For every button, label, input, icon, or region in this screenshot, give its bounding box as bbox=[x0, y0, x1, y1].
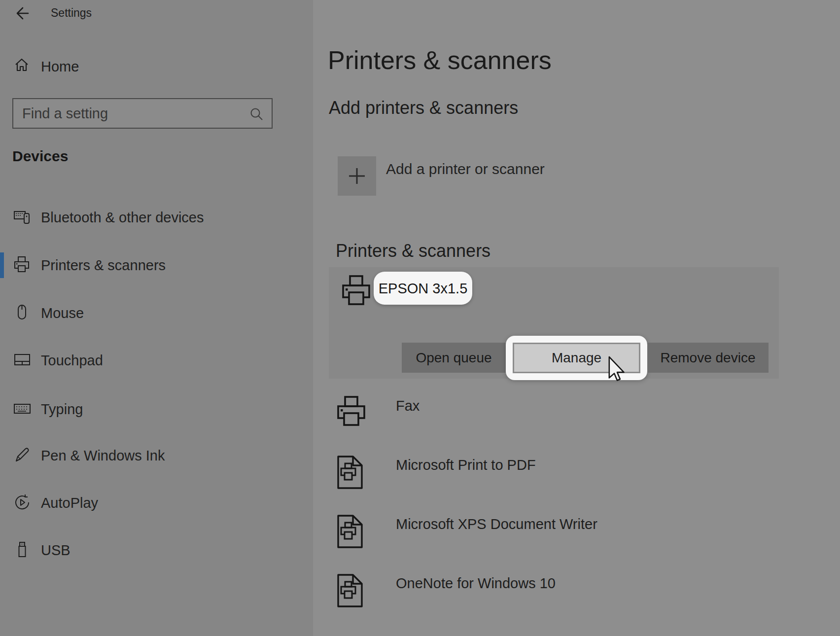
printer-item-print-to-pdf[interactable]: Microsoft Print to PDF bbox=[329, 455, 772, 504]
search-icon[interactable] bbox=[249, 106, 264, 121]
sidebar: Settings Home Devices bbox=[0, 0, 313, 636]
plus-icon bbox=[347, 166, 367, 186]
printer-item-onenote[interactable]: OneNote for Windows 10 bbox=[329, 573, 772, 623]
printer-icon bbox=[13, 256, 31, 274]
sidebar-item-pen-windows-ink[interactable]: Pen & Windows Ink bbox=[0, 432, 313, 479]
sidebar-section-heading: Devices bbox=[12, 148, 68, 165]
touchpad-icon bbox=[13, 351, 31, 369]
pen-icon bbox=[13, 446, 31, 464]
printer-name: Microsoft Print to PDF bbox=[396, 457, 536, 473]
sidebar-item-label: Printers & scanners bbox=[41, 257, 166, 274]
usb-icon bbox=[13, 541, 31, 559]
keyboard-mouse-icon bbox=[13, 208, 31, 226]
selected-accent-bar bbox=[0, 252, 4, 278]
sidebar-item-label: USB bbox=[41, 542, 70, 559]
printer-item-xps-writer[interactable]: Microsoft XPS Document Writer bbox=[329, 514, 772, 564]
printer-item-fax[interactable]: Fax bbox=[329, 396, 772, 445]
printer-name: Microsoft XPS Document Writer bbox=[396, 516, 597, 532]
printer-name: EPSON 3x1.5 bbox=[374, 281, 472, 297]
back-button[interactable] bbox=[13, 5, 30, 22]
sidebar-item-label: Mouse bbox=[41, 305, 84, 321]
print-to-file-icon bbox=[337, 514, 363, 549]
sidebar-item-label: Touchpad bbox=[41, 353, 103, 369]
printers-list-heading: Printers & scanners bbox=[336, 241, 490, 261]
keyboard-icon bbox=[13, 400, 31, 418]
remove-device-button[interactable]: Remove device bbox=[647, 343, 769, 373]
mouse-cursor bbox=[608, 356, 625, 382]
sidebar-item-label: Home bbox=[41, 59, 79, 75]
search-input[interactable] bbox=[22, 99, 239, 128]
sidebar-item-label: Pen & Windows Ink bbox=[41, 448, 165, 464]
printer-icon bbox=[337, 396, 368, 430]
open-queue-button[interactable]: Open queue bbox=[402, 343, 506, 373]
window-title: Settings bbox=[51, 6, 92, 20]
printers-scanners-page: Printers & scanners Add printers & scann… bbox=[313, 0, 840, 636]
highlight-epson-label: EPSON 3x1.5 bbox=[374, 272, 472, 305]
sidebar-item-home[interactable]: Home bbox=[0, 53, 313, 79]
sidebar-item-mouse[interactable]: Mouse bbox=[0, 289, 313, 336]
sidebar-item-autoplay[interactable]: AutoPlay bbox=[0, 479, 313, 526]
print-to-file-icon bbox=[337, 455, 363, 490]
highlight-manage-button: Manage bbox=[506, 336, 647, 380]
sidebar-item-typing[interactable]: Typing bbox=[0, 386, 313, 432]
title-bar: Settings bbox=[0, 0, 313, 28]
left-arrow-icon bbox=[13, 5, 30, 22]
printer-name: OneNote for Windows 10 bbox=[396, 575, 556, 592]
home-icon bbox=[14, 57, 30, 73]
sidebar-item-label: Typing bbox=[41, 401, 83, 418]
sidebar-item-usb[interactable]: USB bbox=[0, 527, 313, 573]
sidebar-item-label: AutoPlay bbox=[41, 495, 98, 511]
autoplay-icon bbox=[13, 494, 31, 511]
mouse-icon bbox=[13, 304, 31, 321]
sidebar-item-bluetooth-other-devices[interactable]: Bluetooth & other devices bbox=[0, 194, 313, 241]
printer-item-epson-selected[interactable]: EPSON 3x1.5 Open queue Manage Remove dev… bbox=[329, 267, 779, 379]
add-printer-button[interactable] bbox=[338, 156, 376, 196]
search-box[interactable] bbox=[12, 98, 273, 129]
printer-icon bbox=[342, 275, 373, 310]
print-to-file-icon bbox=[337, 573, 363, 608]
printer-name: Fax bbox=[396, 398, 420, 414]
sidebar-item-touchpad[interactable]: Touchpad bbox=[0, 337, 313, 384]
settings-window: Settings Home Devices bbox=[0, 0, 840, 636]
add-printers-heading: Add printers & scanners bbox=[329, 98, 518, 118]
sidebar-item-printers-scanners[interactable]: Printers & scanners bbox=[0, 242, 313, 288]
sidebar-item-label: Bluetooth & other devices bbox=[41, 210, 204, 226]
add-printer-label: Add a printer or scanner bbox=[386, 161, 545, 177]
page-title: Printers & scanners bbox=[328, 45, 552, 75]
